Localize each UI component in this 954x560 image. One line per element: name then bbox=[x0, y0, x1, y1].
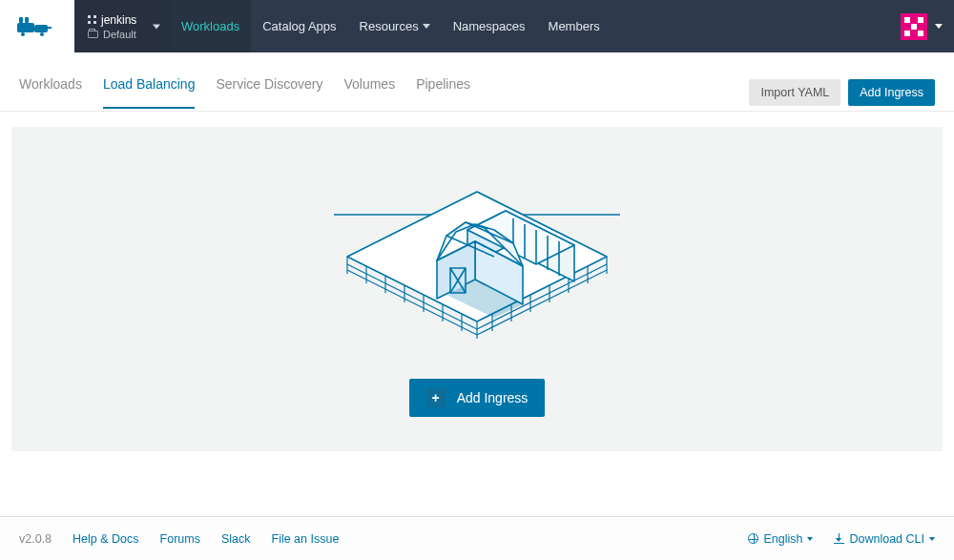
chevron-down-icon bbox=[935, 24, 943, 29]
footer: v2.0.8 Help & Docs Forums Slack File an … bbox=[0, 516, 954, 560]
user-menu[interactable] bbox=[889, 0, 954, 52]
subtabs-row: Workloads Load Balancing Service Discove… bbox=[0, 52, 954, 112]
logo-cell bbox=[0, 0, 74, 52]
import-yaml-button[interactable]: Import YAML bbox=[749, 79, 840, 106]
content-area: + Add Ingress bbox=[0, 112, 954, 451]
rancher-logo-icon bbox=[15, 11, 59, 41]
namespace-name: Default bbox=[103, 29, 136, 40]
globe-icon bbox=[748, 533, 758, 544]
nav-resources[interactable]: Resources bbox=[348, 0, 442, 52]
svg-point-4 bbox=[21, 32, 25, 36]
language-label: English bbox=[763, 532, 802, 546]
nav-link-label: Namespaces bbox=[453, 19, 526, 33]
nav-link-label: Catalog Apps bbox=[262, 19, 336, 33]
download-cli[interactable]: Download CLI bbox=[834, 532, 935, 546]
nav-catalog-apps[interactable]: Catalog Apps bbox=[251, 0, 347, 52]
footer-slack[interactable]: Slack bbox=[221, 532, 251, 546]
footer-help-docs[interactable]: Help & Docs bbox=[73, 532, 138, 546]
download-icon bbox=[834, 533, 844, 544]
svg-point-5 bbox=[40, 32, 44, 36]
nav-members[interactable]: Members bbox=[537, 0, 612, 52]
folder-icon bbox=[88, 31, 98, 38]
svg-rect-0 bbox=[17, 23, 34, 32]
nav-namespaces[interactable]: Namespaces bbox=[442, 0, 537, 52]
svg-rect-2 bbox=[19, 17, 23, 23]
tab-service-discovery[interactable]: Service Discovery bbox=[216, 76, 322, 109]
chevron-down-icon bbox=[929, 537, 935, 541]
svg-rect-6 bbox=[48, 27, 52, 29]
nav-link-label: Members bbox=[549, 19, 600, 33]
add-ingress-button[interactable]: Add Ingress bbox=[848, 79, 935, 106]
grid-icon bbox=[88, 15, 96, 24]
project-switcher[interactable]: jenkins Default bbox=[74, 0, 170, 52]
nav-links: Workloads Catalog Apps Resources Namespa… bbox=[170, 0, 612, 52]
button-label: Add Ingress bbox=[457, 390, 529, 405]
chevron-down-icon bbox=[153, 24, 160, 29]
subtabs: Workloads Load Balancing Service Discove… bbox=[19, 76, 470, 109]
footer-forums[interactable]: Forums bbox=[160, 532, 200, 546]
project-name: jenkins bbox=[101, 13, 136, 27]
download-cli-label: Download CLI bbox=[849, 532, 924, 546]
main-navbar: jenkins Default Workloads Catalog Apps R… bbox=[74, 0, 954, 52]
footer-links: Help & Docs Forums Slack File an Issue bbox=[73, 532, 339, 546]
svg-rect-1 bbox=[34, 25, 48, 32]
tab-workloads[interactable]: Workloads bbox=[19, 76, 82, 109]
top-nav: jenkins Default Workloads Catalog Apps R… bbox=[0, 0, 954, 52]
chevron-down-icon bbox=[807, 537, 813, 541]
footer-file-issue[interactable]: File an Issue bbox=[272, 532, 340, 546]
empty-state-illustration bbox=[324, 161, 630, 352]
empty-state-panel: + Add Ingress bbox=[11, 127, 943, 451]
nav-link-label: Resources bbox=[360, 19, 419, 33]
language-selector[interactable]: English bbox=[748, 532, 813, 546]
tab-load-balancing[interactable]: Load Balancing bbox=[103, 76, 196, 109]
avatar bbox=[901, 13, 927, 40]
tab-volumes[interactable]: Volumes bbox=[343, 76, 395, 109]
svg-rect-3 bbox=[25, 17, 29, 23]
tab-pipelines[interactable]: Pipelines bbox=[416, 76, 470, 109]
nav-link-label: Workloads bbox=[181, 19, 239, 33]
plus-icon: + bbox=[426, 388, 446, 407]
chevron-down-icon bbox=[423, 24, 430, 29]
version-label: v2.0.8 bbox=[19, 532, 52, 546]
nav-workloads[interactable]: Workloads bbox=[170, 0, 251, 52]
add-ingress-empty-button[interactable]: + Add Ingress bbox=[409, 379, 546, 417]
